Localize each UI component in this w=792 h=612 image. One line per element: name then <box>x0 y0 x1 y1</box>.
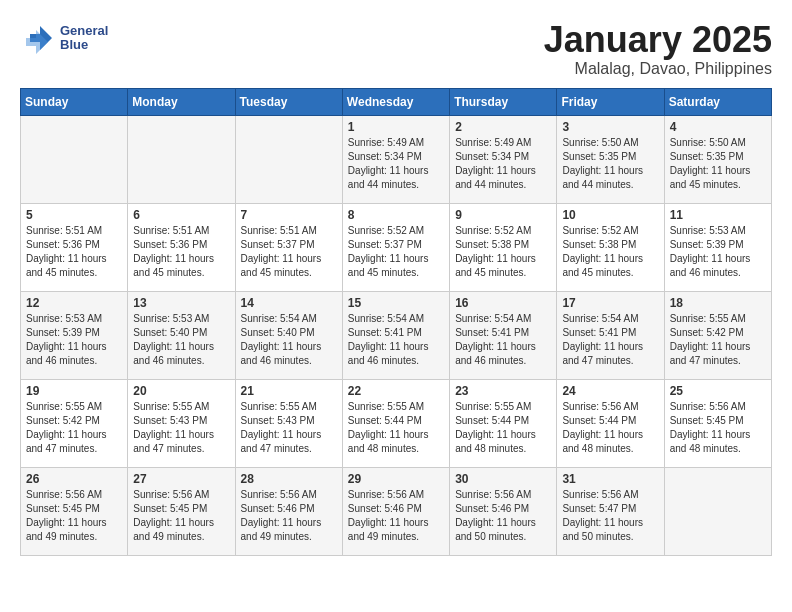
title-block: January 2025 Malalag, Davao, Philippines <box>544 20 772 78</box>
calendar-cell: 4Sunrise: 5:50 AM Sunset: 5:35 PM Daylig… <box>664 115 771 203</box>
calendar-week-row: 26Sunrise: 5:56 AM Sunset: 5:45 PM Dayli… <box>21 467 772 555</box>
calendar-cell: 7Sunrise: 5:51 AM Sunset: 5:37 PM Daylig… <box>235 203 342 291</box>
day-number: 3 <box>562 120 658 134</box>
day-info: Sunrise: 5:55 AM Sunset: 5:44 PM Dayligh… <box>455 400 551 456</box>
day-number: 28 <box>241 472 337 486</box>
calendar-cell: 21Sunrise: 5:55 AM Sunset: 5:43 PM Dayli… <box>235 379 342 467</box>
calendar-cell: 30Sunrise: 5:56 AM Sunset: 5:46 PM Dayli… <box>450 467 557 555</box>
calendar-cell: 31Sunrise: 5:56 AM Sunset: 5:47 PM Dayli… <box>557 467 664 555</box>
day-number: 12 <box>26 296 122 310</box>
day-info: Sunrise: 5:56 AM Sunset: 5:47 PM Dayligh… <box>562 488 658 544</box>
day-number: 8 <box>348 208 444 222</box>
calendar-week-row: 5Sunrise: 5:51 AM Sunset: 5:36 PM Daylig… <box>21 203 772 291</box>
calendar-cell: 16Sunrise: 5:54 AM Sunset: 5:41 PM Dayli… <box>450 291 557 379</box>
day-info: Sunrise: 5:54 AM Sunset: 5:41 PM Dayligh… <box>562 312 658 368</box>
day-info: Sunrise: 5:51 AM Sunset: 5:36 PM Dayligh… <box>133 224 229 280</box>
day-info: Sunrise: 5:49 AM Sunset: 5:34 PM Dayligh… <box>348 136 444 192</box>
calendar-cell: 9Sunrise: 5:52 AM Sunset: 5:38 PM Daylig… <box>450 203 557 291</box>
logo-line2: Blue <box>60 38 108 52</box>
month-title: January 2025 <box>544 20 772 60</box>
calendar-cell: 13Sunrise: 5:53 AM Sunset: 5:40 PM Dayli… <box>128 291 235 379</box>
day-number: 29 <box>348 472 444 486</box>
weekday-header: Thursday <box>450 88 557 115</box>
calendar-cell: 27Sunrise: 5:56 AM Sunset: 5:45 PM Dayli… <box>128 467 235 555</box>
day-number: 21 <box>241 384 337 398</box>
day-info: Sunrise: 5:54 AM Sunset: 5:41 PM Dayligh… <box>348 312 444 368</box>
day-number: 30 <box>455 472 551 486</box>
day-number: 26 <box>26 472 122 486</box>
day-info: Sunrise: 5:55 AM Sunset: 5:43 PM Dayligh… <box>241 400 337 456</box>
calendar-cell: 15Sunrise: 5:54 AM Sunset: 5:41 PM Dayli… <box>342 291 449 379</box>
calendar-cell: 17Sunrise: 5:54 AM Sunset: 5:41 PM Dayli… <box>557 291 664 379</box>
day-number: 22 <box>348 384 444 398</box>
day-info: Sunrise: 5:50 AM Sunset: 5:35 PM Dayligh… <box>670 136 766 192</box>
calendar-cell: 11Sunrise: 5:53 AM Sunset: 5:39 PM Dayli… <box>664 203 771 291</box>
calendar-table: SundayMondayTuesdayWednesdayThursdayFrid… <box>20 88 772 556</box>
calendar-cell <box>235 115 342 203</box>
day-number: 31 <box>562 472 658 486</box>
day-info: Sunrise: 5:54 AM Sunset: 5:41 PM Dayligh… <box>455 312 551 368</box>
day-info: Sunrise: 5:56 AM Sunset: 5:45 PM Dayligh… <box>26 488 122 544</box>
day-number: 11 <box>670 208 766 222</box>
weekday-header-row: SundayMondayTuesdayWednesdayThursdayFrid… <box>21 88 772 115</box>
day-info: Sunrise: 5:56 AM Sunset: 5:45 PM Dayligh… <box>133 488 229 544</box>
weekday-header: Wednesday <box>342 88 449 115</box>
day-number: 14 <box>241 296 337 310</box>
calendar-cell: 5Sunrise: 5:51 AM Sunset: 5:36 PM Daylig… <box>21 203 128 291</box>
day-number: 1 <box>348 120 444 134</box>
day-info: Sunrise: 5:51 AM Sunset: 5:36 PM Dayligh… <box>26 224 122 280</box>
day-info: Sunrise: 5:56 AM Sunset: 5:46 PM Dayligh… <box>348 488 444 544</box>
calendar-cell <box>128 115 235 203</box>
day-info: Sunrise: 5:55 AM Sunset: 5:42 PM Dayligh… <box>26 400 122 456</box>
calendar-cell: 22Sunrise: 5:55 AM Sunset: 5:44 PM Dayli… <box>342 379 449 467</box>
day-number: 6 <box>133 208 229 222</box>
location-title: Malalag, Davao, Philippines <box>544 60 772 78</box>
day-info: Sunrise: 5:53 AM Sunset: 5:39 PM Dayligh… <box>26 312 122 368</box>
calendar-cell: 24Sunrise: 5:56 AM Sunset: 5:44 PM Dayli… <box>557 379 664 467</box>
page-header: General Blue January 2025 Malalag, Davao… <box>20 20 772 78</box>
weekday-header: Sunday <box>21 88 128 115</box>
weekday-header: Saturday <box>664 88 771 115</box>
day-info: Sunrise: 5:52 AM Sunset: 5:37 PM Dayligh… <box>348 224 444 280</box>
day-number: 4 <box>670 120 766 134</box>
calendar-week-row: 12Sunrise: 5:53 AM Sunset: 5:39 PM Dayli… <box>21 291 772 379</box>
day-number: 20 <box>133 384 229 398</box>
day-number: 18 <box>670 296 766 310</box>
logo-icon <box>20 20 56 56</box>
day-info: Sunrise: 5:52 AM Sunset: 5:38 PM Dayligh… <box>562 224 658 280</box>
day-number: 7 <box>241 208 337 222</box>
day-number: 27 <box>133 472 229 486</box>
calendar-cell: 23Sunrise: 5:55 AM Sunset: 5:44 PM Dayli… <box>450 379 557 467</box>
day-info: Sunrise: 5:56 AM Sunset: 5:46 PM Dayligh… <box>455 488 551 544</box>
calendar-cell: 19Sunrise: 5:55 AM Sunset: 5:42 PM Dayli… <box>21 379 128 467</box>
day-number: 15 <box>348 296 444 310</box>
calendar-cell: 10Sunrise: 5:52 AM Sunset: 5:38 PM Dayli… <box>557 203 664 291</box>
calendar-cell: 3Sunrise: 5:50 AM Sunset: 5:35 PM Daylig… <box>557 115 664 203</box>
day-number: 24 <box>562 384 658 398</box>
day-number: 2 <box>455 120 551 134</box>
calendar-cell: 8Sunrise: 5:52 AM Sunset: 5:37 PM Daylig… <box>342 203 449 291</box>
day-info: Sunrise: 5:55 AM Sunset: 5:44 PM Dayligh… <box>348 400 444 456</box>
day-number: 5 <box>26 208 122 222</box>
day-number: 25 <box>670 384 766 398</box>
day-info: Sunrise: 5:53 AM Sunset: 5:40 PM Dayligh… <box>133 312 229 368</box>
day-info: Sunrise: 5:55 AM Sunset: 5:42 PM Dayligh… <box>670 312 766 368</box>
day-info: Sunrise: 5:55 AM Sunset: 5:43 PM Dayligh… <box>133 400 229 456</box>
day-info: Sunrise: 5:49 AM Sunset: 5:34 PM Dayligh… <box>455 136 551 192</box>
day-info: Sunrise: 5:50 AM Sunset: 5:35 PM Dayligh… <box>562 136 658 192</box>
logo: General Blue <box>20 20 108 56</box>
calendar-cell <box>664 467 771 555</box>
day-number: 23 <box>455 384 551 398</box>
calendar-cell: 26Sunrise: 5:56 AM Sunset: 5:45 PM Dayli… <box>21 467 128 555</box>
day-info: Sunrise: 5:53 AM Sunset: 5:39 PM Dayligh… <box>670 224 766 280</box>
calendar-cell: 14Sunrise: 5:54 AM Sunset: 5:40 PM Dayli… <box>235 291 342 379</box>
calendar-cell: 12Sunrise: 5:53 AM Sunset: 5:39 PM Dayli… <box>21 291 128 379</box>
weekday-header: Monday <box>128 88 235 115</box>
day-number: 19 <box>26 384 122 398</box>
calendar-week-row: 19Sunrise: 5:55 AM Sunset: 5:42 PM Dayli… <box>21 379 772 467</box>
day-info: Sunrise: 5:56 AM Sunset: 5:46 PM Dayligh… <box>241 488 337 544</box>
weekday-header: Friday <box>557 88 664 115</box>
calendar-cell: 6Sunrise: 5:51 AM Sunset: 5:36 PM Daylig… <box>128 203 235 291</box>
logo-text: General Blue <box>60 24 108 53</box>
day-info: Sunrise: 5:51 AM Sunset: 5:37 PM Dayligh… <box>241 224 337 280</box>
